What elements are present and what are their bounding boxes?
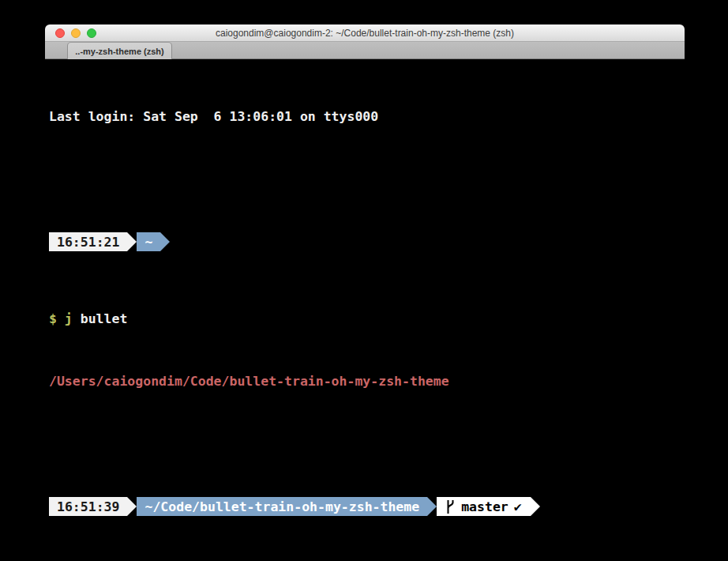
- last-login-line: Last login: Sat Sep 6 13:06:01 on ttys00…: [49, 108, 685, 126]
- blank-line: [49, 156, 685, 173]
- prompt-dir: ~: [144, 235, 152, 250]
- powerline-arrow-icon: [127, 232, 137, 251]
- powerline-arrow-icon: [127, 497, 137, 516]
- prompt-time-segment: 16:51:39: [49, 497, 127, 516]
- traffic-lights: [55, 28, 96, 38]
- terminal-screen[interactable]: Last login: Sat Sep 6 13:06:01 on ttys00…: [49, 63, 685, 561]
- blank-line: [49, 420, 685, 438]
- prompt-line-1: 16:51:21 ~: [49, 233, 685, 250]
- prompt-time-segment: 16:51:21: [49, 232, 127, 251]
- powerline-arrow-icon: [160, 232, 170, 251]
- prompt-git-segment: master ✔: [437, 497, 531, 516]
- window-titlebar[interactable]: caiogondim@caiogondim-2: ~/Code/bullet-t…: [45, 24, 685, 42]
- powerline-arrow-icon: [531, 497, 540, 516]
- prompt-line-2: 16:51:39 ~/Code/bullet-train-oh-my-zsh-t…: [49, 498, 685, 515]
- zoom-button[interactable]: [87, 28, 96, 38]
- prompt-dir-segment: ~: [137, 232, 160, 251]
- prompt-symbol: $: [49, 311, 57, 326]
- close-button[interactable]: [55, 28, 65, 38]
- tab-label: ..-my-zsh-theme (zsh): [75, 47, 163, 56]
- minimize-button[interactable]: [71, 28, 81, 38]
- terminal-tab[interactable]: ..-my-zsh-theme (zsh): [67, 42, 172, 59]
- powerline-arrow-icon: [427, 497, 437, 516]
- command-line-1: $ j bullet: [49, 311, 685, 328]
- window-title: caiogondim@caiogondim-2: ~/Code/bullet-t…: [216, 28, 514, 39]
- prompt-dir: ~/Code/bullet-train-oh-my-zsh-theme: [144, 499, 419, 514]
- prompt-time: 16:51:39: [57, 499, 119, 514]
- git-branch-icon: [445, 499, 456, 514]
- prompt-dir-segment: ~/Code/bullet-train-oh-my-zsh-theme: [137, 497, 427, 516]
- git-clean-check-icon: ✔: [514, 499, 522, 514]
- command-args: bullet: [73, 311, 128, 326]
- prompt-time: 16:51:21: [57, 235, 119, 250]
- command-output-path: /Users/caiogondim/Code/bullet-train-oh-m…: [49, 373, 685, 390]
- command-text: j: [57, 311, 73, 326]
- tab-bar: ..-my-zsh-theme (zsh): [45, 42, 685, 59]
- terminal-window: caiogondim@caiogondim-2: ~/Code/bullet-t…: [45, 24, 685, 59]
- git-branch-name: master: [461, 499, 508, 514]
